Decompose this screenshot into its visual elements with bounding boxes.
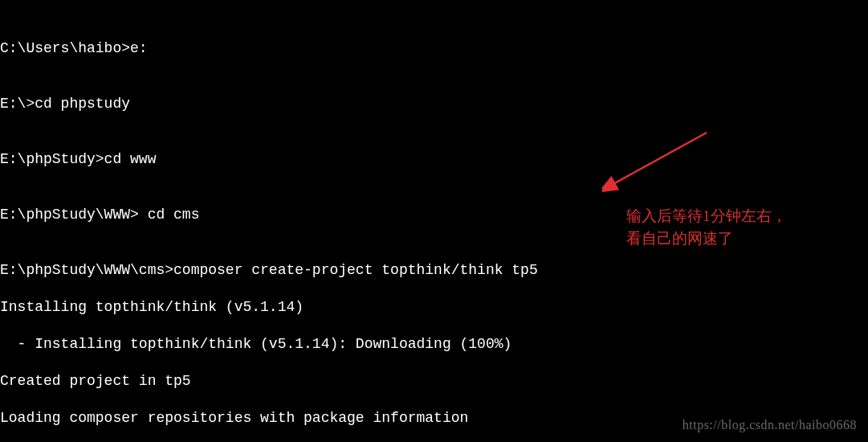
terminal-line: E:\phpStudy\WWW\cms>composer create-proj… (0, 261, 868, 280)
terminal-line: C:\Users\haibo>e: (0, 39, 868, 58)
terminal-line: - Installing topthink/think (v5.1.14): D… (0, 335, 868, 354)
terminal-line: Created project in tp5 (0, 372, 868, 391)
watermark-text: https://blog.csdn.net/haibo0668 (683, 415, 857, 434)
terminal-output: C:\Users\haibo>e: E:\>cd phpstudy E:\php… (0, 21, 868, 442)
terminal-line: E:\phpStudy>cd www (0, 150, 868, 169)
terminal-line: E:\>cd phpstudy (0, 95, 868, 113)
terminal-line: Installing topthink/think (v5.1.14) (0, 298, 868, 317)
terminal-line: E:\phpStudy\WWW> cd cms (0, 206, 868, 224)
